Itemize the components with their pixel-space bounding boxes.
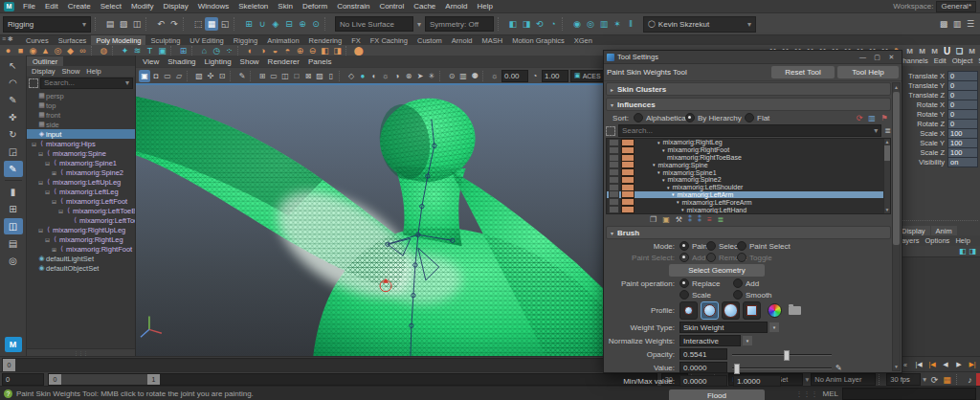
eyedropper-icon[interactable]: ✎	[835, 364, 842, 372]
normalize-weights-selector[interactable]: Interactive	[679, 335, 741, 346]
influence-color-swatch[interactable]	[621, 184, 635, 191]
reset-tool-button[interactable]: Reset Tool	[771, 66, 835, 78]
menu-control[interactable]: Control	[374, 2, 409, 11]
column-layout-icon[interactable]: ▥	[867, 113, 877, 122]
chevron-down-icon[interactable]: ▾	[662, 177, 665, 183]
chevron-down-icon[interactable]: ▾	[667, 185, 670, 190]
show-selected-icon[interactable]: ≡	[707, 215, 712, 224]
menu-skeleton[interactable]: Skeleton	[234, 2, 273, 11]
animation-preferences-icon[interactable]: ▦	[941, 375, 953, 385]
outliner-item[interactable]: ⊟⟨mixamorig:LeftUpLeg	[27, 177, 135, 187]
copy-weights-icon[interactable]: ❐	[650, 215, 657, 224]
hold-toggle-icon[interactable]	[609, 161, 619, 168]
outliner-item[interactable]: ◈input	[27, 129, 135, 139]
snap-point-icon[interactable]: ◈	[269, 17, 282, 31]
shelf-tab-rigging[interactable]: Rigging	[229, 35, 262, 45]
safe-title-icon[interactable]: ▯	[325, 70, 337, 82]
chevron-down-icon[interactable]: ▾	[768, 322, 780, 333]
open-scene-icon[interactable]: ▨	[117, 17, 130, 31]
chevron-down-icon[interactable]: ▾	[681, 207, 684, 212]
scroll-down-icon[interactable]: ▼	[893, 363, 900, 370]
xray-icon[interactable]: ▥	[457, 70, 469, 82]
chevron-down-icon[interactable]: ▾	[874, 126, 878, 135]
paint-skin-weights-tool-icon[interactable]: ✎	[4, 161, 23, 177]
viewport-menu-shading[interactable]: Shading	[167, 57, 195, 66]
xray-joints-icon[interactable]: ⚉	[469, 70, 480, 82]
radio-flat[interactable]: Flat	[745, 113, 769, 122]
layout-single-pane-icon[interactable]: ▮	[4, 184, 23, 200]
exposure-icon[interactable]: ☼	[489, 70, 501, 82]
select-object-icon[interactable]: ▦	[205, 17, 218, 31]
list-scrollbar[interactable]: ▲▼	[883, 139, 890, 213]
layer-menu-options[interactable]: Options	[925, 236, 950, 245]
menu-deform[interactable]: Deform	[298, 2, 332, 11]
minimize-button[interactable]: —	[856, 52, 870, 62]
radio-scale[interactable]: Scale	[679, 290, 733, 300]
brush-square-icon[interactable]	[743, 301, 761, 320]
shelf-tab-custom[interactable]: Custom	[412, 35, 447, 45]
outliner-menu-display[interactable]: Display	[32, 67, 56, 76]
influence-row[interactable]: ▾mixamorig:LeftForeArm	[607, 198, 890, 206]
lock-camera-icon[interactable]: ◘	[150, 70, 162, 82]
outliner-search-input[interactable]: Search... ▾	[40, 78, 133, 89]
viewport-menu-lighting[interactable]: Lighting	[205, 57, 232, 66]
flood-button[interactable]: Flood	[669, 389, 765, 400]
save-scene-icon[interactable]: ◫	[130, 17, 144, 31]
tab-anim[interactable]: Anim	[931, 226, 957, 235]
highlight-selection-icon[interactable]: ◔	[546, 17, 560, 31]
menu-constrain[interactable]: Constrain	[332, 2, 374, 11]
workspace-selector[interactable]: General*	[936, 1, 976, 12]
menu-cache[interactable]: Cache	[409, 2, 440, 11]
loop-toggle-icon[interactable]: ⟳	[928, 375, 941, 385]
outliner-item[interactable]: ▦front	[27, 110, 135, 120]
shelf-tab-poly-modeling[interactable]: Poly Modeling	[91, 35, 145, 45]
mute-audio-icon[interactable]: ♪	[964, 375, 976, 385]
outliner-menu-show[interactable]: Show	[62, 67, 80, 76]
menu-modify[interactable]: Modify	[126, 2, 159, 11]
influence-color-swatch[interactable]	[621, 161, 635, 168]
section-header-brush[interactable]: ▾Brush	[606, 226, 891, 239]
outliner-scrollbar[interactable]: ⋮⋮⋮	[27, 348, 135, 356]
influence-row[interactable]: ▾mixamorig:LeftArm	[607, 191, 890, 199]
outliner-item[interactable]: ⊟⟨mixamorig:Spine	[27, 148, 135, 158]
layout-hypershade-icon[interactable]: ▤	[4, 235, 23, 252]
grid-icon[interactable]: ⊞	[256, 70, 268, 82]
redo-icon[interactable]: ↷	[167, 17, 181, 31]
window-titlebar[interactable]: Tool Settings —▢✕	[604, 51, 902, 64]
render-current-frame-icon[interactable]: ◉	[570, 17, 584, 31]
step-back-key-button[interactable]: |◀	[925, 359, 939, 371]
hold-toggle-icon[interactable]	[609, 190, 619, 198]
attribute-editor-toggle-icon[interactable]: ☰	[964, 17, 977, 31]
radio-paint[interactable]: Paint	[679, 241, 706, 251]
undo-icon[interactable]: ↶	[154, 17, 167, 31]
outliner-item[interactable]: ⊟⟨mixamorig:LeftFoot	[27, 196, 135, 206]
radio-replace[interactable]: Replace	[679, 278, 733, 288]
opacity-slider[interactable]	[732, 350, 832, 359]
scrollbar-thumb[interactable]	[884, 145, 890, 161]
maximize-button[interactable]: ▢	[870, 52, 884, 62]
color-wheel-icon[interactable]	[768, 303, 782, 318]
outliner-item[interactable]: ⊟⟨mixamorig:LeftLeg	[27, 187, 135, 196]
current-frame-marker[interactable]: 0	[3, 359, 15, 371]
range-start-handle[interactable]: 0	[49, 374, 61, 385]
pin-icon[interactable]: ⚑	[880, 113, 889, 122]
channel-box-menu-object[interactable]: Object	[952, 56, 973, 65]
safe-action-icon[interactable]: ▨	[314, 70, 325, 82]
filter-selection-icon[interactable]	[606, 126, 615, 136]
brush-gaussian-icon[interactable]	[701, 301, 719, 320]
lasso-tool-icon[interactable]: ◠	[4, 75, 23, 91]
gamma-field[interactable]: 1.00	[542, 70, 568, 82]
field-chart-icon[interactable]: ⊠	[302, 70, 314, 82]
value-slider[interactable]	[732, 364, 832, 372]
shelf-tab-uv-editing[interactable]: UV Editing	[185, 35, 228, 45]
influence-row[interactable]: ▾mixamorig:LeftShoulder	[607, 184, 890, 191]
influence-color-swatch[interactable]	[621, 168, 635, 176]
menu-windows[interactable]: Windows	[193, 2, 234, 11]
influence-color-swatch[interactable]	[621, 146, 635, 154]
hold-toggle-icon[interactable]	[609, 146, 619, 154]
outliner-item[interactable]: ⊟⟨mixamorig:RightLeg	[27, 234, 135, 244]
brush-solid-icon[interactable]	[722, 301, 740, 320]
motion-blur-icon[interactable]: ➤	[414, 70, 426, 82]
move-influence-up-icon[interactable]: ⁑	[688, 215, 692, 224]
new-scene-icon[interactable]: ▤	[103, 17, 117, 31]
